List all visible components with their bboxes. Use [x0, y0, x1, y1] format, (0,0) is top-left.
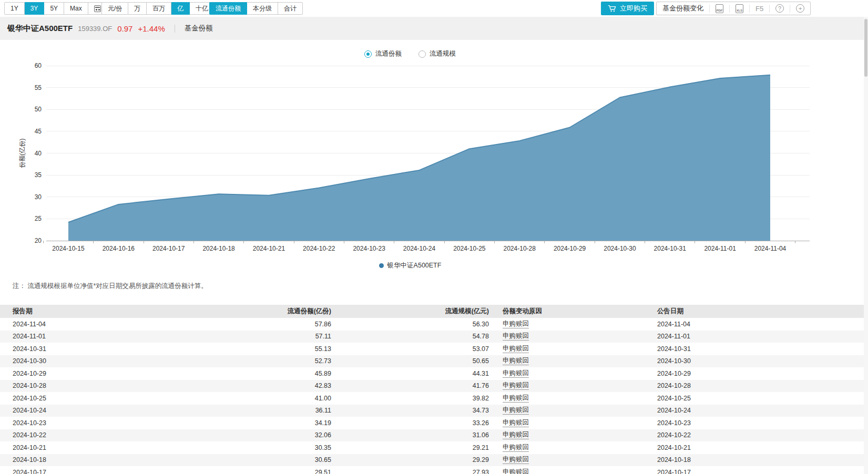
- unit-baiwan-button[interactable]: 百万: [147, 2, 171, 15]
- svg-text:2024-11-01: 2024-11-01: [704, 245, 736, 252]
- share-change-reason-link[interactable]: 申购赎回: [503, 406, 529, 415]
- column-header-circulating-scale: 流通规模(亿元): [331, 307, 489, 316]
- table-row: 2024-10-2842.8341.76申购赎回2024-10-28: [0, 380, 868, 393]
- fund-share-area-chart: 2025303540455055602024-10-152024-10-1620…: [0, 60, 820, 258]
- svg-text:2024-11-04: 2024-11-04: [754, 245, 787, 252]
- section-label: 基金份额: [185, 24, 213, 33]
- unit-yi-button[interactable]: 亿: [171, 2, 190, 15]
- range-max-button[interactable]: Max: [64, 2, 88, 15]
- circulating-shares-button[interactable]: 流通份额: [209, 2, 247, 15]
- share-change-reason-link[interactable]: 申购赎回: [503, 456, 529, 464]
- share-change-reason-link[interactable]: 申购赎回: [503, 394, 529, 403]
- radio-label: 流通份额: [375, 49, 402, 58]
- share-history-table: 报告期流通份额(亿份)流通规模(亿元)份额变动原因公告日期2024-11-045…: [0, 305, 868, 474]
- svg-text:45: 45: [35, 128, 42, 135]
- cell-circulating-scale: 41.76: [331, 382, 489, 389]
- radio-circulating-scale[interactable]: 流通规模: [418, 49, 456, 58]
- table-header-row: 报告期流通份额(亿份)流通规模(亿元)份额变动原因公告日期: [0, 305, 868, 318]
- cart-icon: [608, 4, 616, 13]
- chart-legend[interactable]: 银华中证A500ETF: [0, 261, 820, 270]
- cell-change-reason: 申购赎回: [489, 320, 654, 328]
- cell-announce-date: 2024-11-04: [654, 321, 868, 328]
- buy-now-label: 立即购买: [620, 4, 647, 13]
- share-change-reason-link[interactable]: 申购赎回: [503, 431, 529, 439]
- svg-text:2024-10-29: 2024-10-29: [554, 245, 586, 252]
- cell-announce-date: 2024-10-25: [654, 395, 868, 402]
- share-change-reason-link[interactable]: 申购赎回: [503, 419, 529, 427]
- column-header-circulating-shares: 流通份额(亿份): [250, 307, 331, 316]
- unit-wan-button[interactable]: 万: [128, 2, 147, 15]
- share-change-reason-link[interactable]: 申购赎回: [503, 382, 529, 390]
- svg-text:2024-10-28: 2024-10-28: [504, 245, 536, 252]
- cell-announce-date: 2024-10-28: [654, 382, 868, 389]
- cell-report-period: 2024-10-21: [0, 444, 250, 451]
- table-row: 2024-10-3052.7350.65申购赎回2024-10-30: [0, 355, 868, 368]
- unit-yuan-per-share-button[interactable]: 元/份: [101, 2, 128, 15]
- buy-now-button[interactable]: 立即购买: [601, 2, 654, 15]
- y-axis-title: 份额(亿份): [18, 139, 26, 168]
- range-1y-button[interactable]: 1Y: [4, 2, 25, 15]
- svg-text:50: 50: [35, 106, 42, 113]
- cell-announce-date: 2024-10-22: [654, 431, 868, 439]
- cell-circulating-scale: 50.65: [331, 357, 489, 365]
- export-pdf-button[interactable]: PDF: [710, 2, 729, 15]
- cell-change-reason: 申购赎回: [489, 456, 654, 464]
- range-3y-button[interactable]: 3Y: [25, 2, 45, 15]
- scrollbar-thumb[interactable]: [864, 19, 867, 77]
- share-change-reason-link[interactable]: 申购赎回: [503, 444, 529, 452]
- fund-title-bar: 银华中证A500ETF 159339.OF 0.97 +1.44% 基金份额: [0, 17, 868, 40]
- svg-text:2024-10-15: 2024-10-15: [52, 245, 85, 252]
- sub-class-button[interactable]: 本分级: [247, 2, 278, 15]
- share-change-reason-link[interactable]: 申购赎回: [503, 345, 529, 353]
- series-radio-group: 流通份额 流通规模: [0, 49, 820, 58]
- svg-text:2024-10-21: 2024-10-21: [253, 245, 285, 252]
- svg-text:60: 60: [35, 62, 42, 69]
- cell-circulating-scale: 29.21: [331, 444, 489, 451]
- top-toolbar: 1Y 3Y 5Y Max 元/份 万 百万 亿 十亿 流通份额 本分级 合计 立…: [0, 0, 868, 17]
- total-button[interactable]: 合计: [278, 2, 303, 15]
- table-row: 2024-10-2541.0039.82申购赎回2024-10-25: [0, 392, 868, 405]
- cell-report-period: 2024-10-17: [0, 469, 250, 474]
- chart-section: 流通份额 流通规模 2025303540455055602024-10-1520…: [0, 40, 868, 305]
- fund-share-change-button[interactable]: 基金份额变化: [657, 2, 709, 15]
- cell-circulating-scale: 31.06: [331, 431, 489, 439]
- add-button[interactable]: +: [790, 2, 810, 15]
- cell-announce-date: 2024-10-24: [654, 407, 868, 414]
- share-change-reason-link[interactable]: 申购赎回: [503, 332, 529, 341]
- refresh-f5-button[interactable]: F5: [750, 2, 769, 15]
- cell-circulating-shares: 29.51: [250, 469, 331, 474]
- svg-text:2024-10-30: 2024-10-30: [604, 245, 636, 252]
- table-row: 2024-10-2945.8944.31申购赎回2024-10-29: [0, 367, 868, 380]
- share-change-reason-link[interactable]: 申购赎回: [503, 468, 529, 474]
- fund-code: 159339.OF: [78, 25, 112, 33]
- series-type-group: 流通份额 本分级 合计: [209, 2, 303, 15]
- cell-circulating-scale: 56.30: [331, 321, 489, 328]
- fund-change-percent: +1.44%: [138, 24, 165, 33]
- chart-footnote: 注： 流通规模根据单位净值*对应日期交易所披露的流通份额计算。: [13, 282, 208, 291]
- svg-text:55: 55: [35, 84, 42, 91]
- cell-announce-date: 2024-10-31: [654, 345, 868, 353]
- share-change-reason-link[interactable]: 申购赎回: [503, 357, 529, 365]
- pdf-icon: PDF: [716, 4, 723, 13]
- radio-circulating-shares[interactable]: 流通份额: [364, 49, 402, 58]
- legend-dot-icon: [379, 263, 384, 268]
- share-change-reason-link[interactable]: 申购赎回: [503, 369, 529, 378]
- cell-change-reason: 申购赎回: [489, 468, 654, 474]
- cell-circulating-shares: 52.73: [250, 357, 331, 365]
- svg-text:2024-10-22: 2024-10-22: [303, 245, 335, 252]
- help-button[interactable]: ?: [770, 2, 790, 15]
- svg-text:25: 25: [35, 215, 42, 222]
- cell-circulating-scale: 27.93: [331, 469, 489, 474]
- range-5y-button[interactable]: 5Y: [44, 2, 64, 15]
- cell-change-reason: 申购赎回: [489, 444, 654, 452]
- svg-text:30: 30: [35, 193, 42, 201]
- cell-change-reason: 申购赎回: [489, 332, 654, 341]
- cell-change-reason: 申购赎回: [489, 369, 654, 378]
- export-xls-button[interactable]: XLS: [730, 2, 749, 15]
- cell-announce-date: 2024-10-21: [654, 444, 868, 451]
- svg-text:2024-10-18: 2024-10-18: [202, 245, 235, 252]
- time-range-group: 1Y 3Y 5Y Max: [4, 2, 107, 15]
- cell-report-period: 2024-10-22: [0, 431, 250, 439]
- share-change-reason-link[interactable]: 申购赎回: [503, 320, 529, 328]
- vertical-scrollbar: [864, 17, 868, 474]
